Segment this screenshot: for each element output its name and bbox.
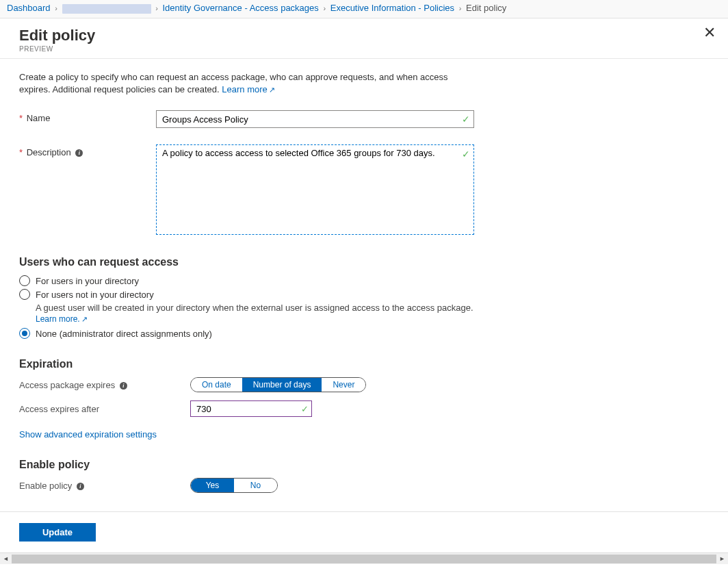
scroll-right-icon[interactable]: ►	[716, 553, 728, 564]
radio-icon	[19, 328, 30, 339]
horizontal-scrollbar[interactable]: ◄ ►	[0, 552, 728, 564]
name-label: Name	[27, 113, 51, 123]
name-input[interactable]	[156, 110, 474, 128]
external-link-icon: ↗	[81, 315, 88, 323]
users-radio-group: For users in your directory For users no…	[19, 275, 709, 339]
breadcrumb-current: Edit policy	[466, 3, 506, 13]
toggle-yes[interactable]: Yes	[191, 479, 234, 492]
expiration-pill-group: On date Number of days Never	[190, 377, 366, 392]
chevron-right-icon: ›	[459, 4, 462, 12]
footer: Update	[0, 511, 728, 552]
radio-helper-text: A guest user will be created in your dir…	[36, 303, 709, 313]
enable-policy-toggle: Yes No	[190, 478, 278, 493]
radio-icon	[19, 275, 30, 286]
radio-icon	[19, 289, 30, 300]
info-icon[interactable]: i	[120, 382, 127, 390]
chevron-right-icon: ›	[155, 4, 158, 12]
page-title: Edit policy	[19, 27, 709, 44]
radio-none[interactable]: None (administrator direct assignments o…	[19, 328, 709, 339]
info-icon[interactable]: i	[75, 149, 83, 157]
breadcrumb: Dashboard › › Identity Governance - Acce…	[0, 0, 728, 18]
required-icon: *	[19, 147, 23, 157]
close-icon[interactable]: ✕	[703, 25, 716, 40]
update-button[interactable]: Update	[19, 523, 96, 542]
preview-badge: PREVIEW	[19, 45, 709, 53]
expires-after-input[interactable]	[190, 400, 312, 417]
expiration-heading: Expiration	[19, 358, 709, 370]
info-icon[interactable]: i	[77, 483, 84, 490]
expires-after-label: Access expires after	[19, 404, 99, 414]
chevron-right-icon: ›	[323, 4, 326, 12]
pill-on-date[interactable]: On date	[191, 378, 242, 392]
breadcrumb-executive-information[interactable]: Executive Information - Policies	[330, 3, 454, 13]
expires-label: Access package expires	[19, 380, 115, 390]
learn-more-link[interactable]: Learn more↗	[222, 84, 274, 94]
external-link-icon: ↗	[269, 86, 275, 94]
description-label: Description	[27, 147, 71, 157]
users-section-heading: Users who can request access	[19, 256, 709, 268]
enable-policy-heading: Enable policy	[19, 459, 709, 471]
scroll-left-icon[interactable]: ◄	[0, 553, 12, 564]
radio-users-not-in-directory[interactable]: For users not in your directory	[19, 289, 709, 300]
pill-number-of-days[interactable]: Number of days	[242, 378, 322, 392]
pill-never[interactable]: Never	[322, 378, 365, 392]
description-input[interactable]: A policy to access access to selected Of…	[156, 144, 474, 235]
radio-users-in-directory[interactable]: For users in your directory	[19, 275, 709, 286]
guest-learn-more-link[interactable]: Learn more.↗	[36, 314, 88, 324]
breadcrumb-identity-governance[interactable]: Identity Governance - Access packages	[162, 3, 318, 13]
divider	[0, 58, 728, 59]
enable-policy-label: Enable policy	[19, 481, 72, 491]
breadcrumb-redacted[interactable]	[62, 3, 151, 13]
breadcrumb-dashboard[interactable]: Dashboard	[7, 3, 51, 13]
intro-text: Create a policy to specify who can reque…	[19, 71, 478, 97]
advanced-expiration-link[interactable]: Show advanced expiration settings	[19, 429, 157, 440]
scroll-thumb[interactable]	[12, 555, 716, 563]
chevron-right-icon: ›	[55, 4, 57, 12]
required-icon: *	[19, 113, 23, 123]
toggle-no[interactable]: No	[234, 479, 277, 492]
